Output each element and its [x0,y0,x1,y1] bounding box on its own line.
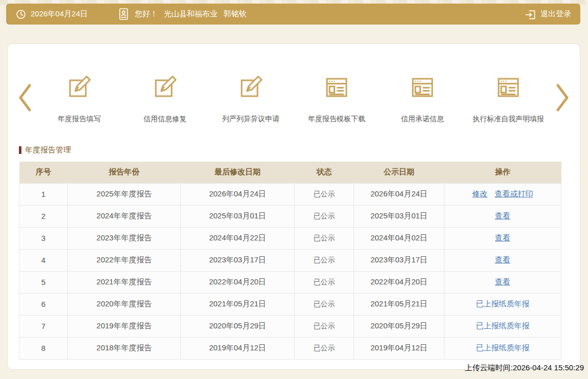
column-header: 序号 [19,162,68,183]
table-body: 1 2025年年度报告 2026年04月24日 已公示 2026年04月24日 … [19,183,561,359]
table-row: 7 2019年年度报告 2020年05月29日 已公示 2020年05月29日 … [19,315,561,337]
cell-status: 已公示 [295,271,354,293]
carousel-prev-button[interactable] [14,83,36,114]
menu-items: 年度报告填写 信用信息修复 列严列异异议申请 年度报告模板下载 信用承诺信息 执… [36,73,551,124]
cell-index: 6 [19,293,68,315]
logout-button[interactable]: 退出登录 [520,8,571,20]
cell-report-year: 2024年年度报告 [68,205,181,227]
cell-actions: 查看 [444,205,561,227]
cell-modified-date: 2023年03月17日 [181,249,295,271]
column-header: 操作 [444,162,561,183]
cell-actions: 已上报纸质年报 [444,293,561,315]
menu-item[interactable]: 年度报告模板下载 [294,73,380,124]
menu-item-label: 年度报告模板下载 [308,115,365,124]
cell-modified-date: 2020年05月29日 [181,315,295,337]
column-header: 公示日期 [354,162,444,183]
cell-status: 已公示 [295,249,354,271]
carousel-next-button[interactable] [551,83,574,114]
logout-icon [524,8,536,20]
upload-time-text: 上传云端时间:2026-04-24 15:50:29 [465,363,584,373]
column-header: 最后修改日期 [181,162,295,183]
menu-item[interactable]: 信用信息修复 [122,73,208,124]
cell-actions: 已上报纸质年报 [444,337,561,359]
cell-report-year: 2018年年度报告 [68,337,181,359]
cell-index: 7 [19,315,68,337]
modify-link[interactable]: 修改 [473,189,488,198]
edit-icon [238,73,264,100]
cell-modified-date: 2026年04月24日 [181,183,295,205]
view-link[interactable]: 查看 [495,277,510,286]
chevron-left-icon [17,83,33,114]
report-template-icon [495,73,522,100]
view-link[interactable]: 查看 [495,233,510,242]
cell-report-year: 2021年年度报告 [68,271,181,293]
cell-actions: 修改查看或打印 [444,183,561,205]
table-row: 3 2023年年度报告 2024年04月22日 已公示 2024年04月02日 … [19,227,561,249]
table-row: 8 2018年年度报告 2019年04月12日 已公示 2019年04月12日 … [19,337,561,359]
cell-publish-date: 2024年04月02日 [354,227,444,249]
cell-status: 已公示 [295,293,354,315]
column-header: 状态 [295,162,354,183]
cell-index: 3 [19,227,68,249]
cell-report-year: 2019年年度报告 [68,315,181,337]
menu-item-label: 年度报告填写 [58,115,101,124]
view-or-print-link[interactable]: 查看或打印 [495,189,533,198]
section-title-text: 年度报告管理 [25,145,71,155]
column-header: 报告年份 [68,162,181,183]
table-row: 2 2024年年度报告 2025年03月01日 已公示 2025年03月01日 … [19,205,561,227]
menu-item-label: 信用信息修复 [144,115,186,124]
cell-publish-date: 2026年04月24日 [354,183,444,205]
chevron-right-icon [555,83,570,114]
paper-report-submitted-label: 已上报纸质年报 [476,321,530,330]
table-row: 1 2025年年度报告 2026年04月24日 已公示 2026年04月24日 … [19,183,561,205]
cell-actions: 已上报纸质年报 [444,315,561,337]
section-title: 年度报告管理 [19,145,580,155]
cell-modified-date: 2025年03月01日 [181,205,295,227]
cell-status: 已公示 [295,205,354,227]
cell-publish-date: 2020年05月29日 [354,315,444,337]
table-header-row: 序号报告年份最后修改日期状态公示日期操作 [19,162,561,183]
user-greeting: 您好！ 光山县和福布业 郭铭钦 [117,8,247,21]
view-link[interactable]: 查看 [495,211,510,220]
report-template-icon [409,73,436,100]
cell-report-year: 2023年年度报告 [68,227,181,249]
cell-publish-date: 2022年04月20日 [354,271,444,293]
table-row: 5 2021年年度报告 2022年04月20日 已公示 2022年04月20日 … [19,271,561,293]
cell-index: 2 [19,205,68,227]
cell-index: 4 [19,249,68,271]
menu-item-label: 列严列异异议申请 [222,115,279,124]
menu-item[interactable]: 信用承诺信息 [380,73,465,124]
cell-modified-date: 2022年04月20日 [181,271,295,293]
menu-item-label: 信用承诺信息 [401,115,444,124]
cell-actions: 查看 [444,227,561,249]
cell-index: 8 [19,337,68,359]
title-bullet [19,146,21,154]
cell-status: 已公示 [295,183,354,205]
menu-item[interactable]: 执行标准自我声明填报 [465,73,551,124]
view-link[interactable]: 查看 [495,255,510,264]
greeting-text: 您好！ [135,9,158,19]
cell-report-year: 2022年年度报告 [68,249,181,271]
cell-actions: 查看 [444,249,561,271]
cell-report-year: 2025年年度报告 [68,183,181,205]
menu-item-label: 执行标准自我声明填报 [473,115,544,124]
cell-modified-date: 2019年04月12日 [181,337,295,359]
edit-icon [66,73,92,100]
cell-publish-date: 2021年05月21日 [354,293,444,315]
cell-status: 已公示 [295,337,354,359]
report-template-icon [323,73,350,100]
menu-item[interactable]: 年度报告填写 [36,73,122,124]
clock-icon [15,9,27,20]
logout-label: 退出登录 [540,9,571,19]
paper-report-submitted-label: 已上报纸质年报 [476,343,530,352]
function-carousel: 年度报告填写 信用信息修复 列严列异异议申请 年度报告模板下载 信用承诺信息 执… [8,44,580,124]
menu-item[interactable]: 列严列异异议申请 [208,73,294,124]
id-badge-icon [117,8,130,21]
top-bar: 2026年04月24日 您好！ 光山县和福布业 郭铭钦 退出登录 [6,4,580,25]
cell-modified-date: 2021年05月21日 [181,293,295,315]
cell-modified-date: 2024年04月22日 [181,227,295,249]
cell-publish-date: 2023年03月17日 [354,249,444,271]
main-panel: 年度报告填写 信用信息修复 列严列异异议申请 年度报告模板下载 信用承诺信息 执… [7,43,580,370]
edit-icon [152,73,178,100]
cell-publish-date: 2019年04月12日 [354,337,444,359]
